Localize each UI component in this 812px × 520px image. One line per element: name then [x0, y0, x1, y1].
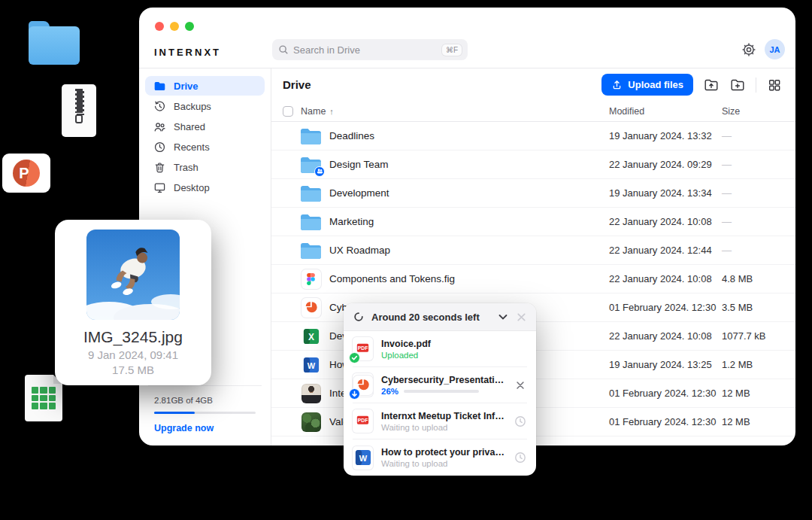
new-folder-button[interactable]: [729, 77, 746, 93]
size-column-header[interactable]: Size: [722, 106, 795, 117]
image-size: 17.5 MB: [55, 363, 211, 376]
search-input[interactable]: [293, 44, 442, 56]
select-all-checkbox[interactable]: [283, 106, 293, 117]
search-bar[interactable]: ⌘F: [272, 39, 468, 60]
svg-text:W: W: [307, 360, 315, 369]
svg-text:W: W: [359, 454, 367, 463]
file-name: Deadlines: [329, 130, 609, 141]
svg-text:PDF: PDF: [358, 418, 368, 423]
file-size: —: [722, 216, 795, 227]
close-panel-icon[interactable]: [516, 312, 527, 323]
recents-clock-icon: [153, 141, 166, 154]
sidebar-item-recents[interactable]: Recents: [145, 137, 265, 157]
photo-thumbnail: [86, 230, 180, 320]
file-size: 1.2 MB: [722, 359, 795, 370]
upload-time-remaining: Around 20 seconds left: [371, 312, 490, 323]
file-modified: 01 February 2024. 12:30: [609, 416, 722, 427]
word-icon: W: [300, 355, 322, 375]
modified-column-header[interactable]: Modified: [609, 106, 722, 117]
spinner-icon: [353, 311, 365, 323]
file-name: Marketing: [329, 216, 609, 227]
powerpoint-file-icon: P: [2, 154, 50, 193]
folder-icon: [300, 212, 322, 232]
zoom-window-button[interactable]: [185, 22, 194, 31]
sidebar-item-desktop[interactable]: Desktop: [145, 178, 265, 197]
trash-icon: [153, 161, 166, 174]
toolbar-divider: [756, 78, 756, 93]
folder-upload-icon: [704, 78, 719, 93]
zip-file-icon: [62, 84, 96, 137]
table-row[interactable]: Marketing22 January 2024. 10:08—: [271, 208, 795, 236]
name-column-header[interactable]: Name: [301, 106, 326, 117]
file-name: Components and Tokens.fig: [329, 273, 609, 284]
sort-ascending-icon[interactable]: ↑: [329, 107, 334, 116]
gear-icon: [741, 42, 756, 57]
upload-item: Cybersecurity_Presentation.ppt26%: [353, 367, 527, 403]
file-modified: 01 February 2024. 12:30: [609, 302, 722, 313]
uploaded-check-badge: [349, 352, 360, 363]
table-row[interactable]: Components and Tokens.fig22 January 2024…: [271, 265, 795, 293]
minimize-window-button[interactable]: [170, 22, 179, 31]
file-size: —: [722, 187, 795, 199]
upload-files-button[interactable]: Upload files: [601, 74, 693, 96]
file-size: 4.8 MB: [722, 273, 795, 284]
file-modified: 19 January 2024. 13:32: [609, 130, 722, 141]
word-file-icon: W: [353, 446, 373, 470]
waiting-clock-icon: [514, 415, 526, 427]
folder-icon: [300, 241, 322, 260]
shared-people-icon: [153, 120, 166, 133]
spreadsheet-file-icon: [25, 375, 62, 421]
folder-icon: [300, 126, 322, 146]
table-row[interactable]: Design Team22 January 2024. 09:29—: [271, 151, 795, 179]
upload-files-label: Upload files: [628, 79, 683, 90]
storage-section: 2.81GB of 4GB Upgrade now: [148, 385, 262, 445]
upload-status: Uploaded: [381, 351, 527, 360]
pdf-file-icon: PDF: [353, 337, 373, 360]
excel-icon: X: [300, 327, 322, 346]
file-modified: 19 January 2024. 13:25: [609, 359, 722, 370]
page-title: Drive: [283, 78, 311, 91]
sidebar-item-shared[interactable]: Shared: [145, 117, 265, 136]
desktop-folder-icon: [29, 21, 80, 65]
file-name: Design Team: [329, 159, 609, 170]
folder-shared-icon: [300, 155, 322, 175]
sidebar-item-trash[interactable]: Trash: [145, 157, 265, 177]
table-row[interactable]: UX Roadmap22 January 2024. 12:44—: [271, 236, 795, 265]
desktop-monitor-icon: [153, 181, 166, 194]
svg-text:X: X: [308, 331, 314, 342]
image-filename: IMG_3245.jpg: [55, 328, 211, 346]
traffic-lights: [155, 22, 194, 31]
drive-folder-icon: [153, 80, 166, 93]
sidebar-item-backups[interactable]: Backups: [145, 96, 265, 116]
file-modified: 22 January 2024. 10:08: [609, 273, 722, 284]
user-avatar[interactable]: JA: [765, 39, 785, 59]
upload-file-name: How to protect your privacy.doc: [381, 447, 505, 458]
file-size: 12 MB: [722, 388, 795, 399]
upload-item: PDFInternxt Meetup Ticket Info.pdfWaitin…: [353, 403, 527, 439]
table-row[interactable]: Deadlines19 January 2024. 13:32—: [271, 122, 795, 151]
upload-folder-button[interactable]: [703, 77, 720, 93]
search-icon: [278, 44, 289, 55]
file-modified: 22 January 2024. 10:08: [609, 216, 722, 227]
storage-progress-bar: [154, 412, 256, 414]
upload-file-name: Cybersecurity_Presentation.ppt: [381, 375, 505, 385]
upgrade-link[interactable]: Upgrade now: [154, 423, 256, 433]
folder-plus-icon: [730, 78, 745, 93]
upload-icon: [611, 79, 623, 90]
settings-button[interactable]: [741, 42, 756, 57]
ppt-icon: [300, 298, 322, 318]
upload-file-name: Internxt Meetup Ticket Info.pdf: [381, 411, 505, 421]
sidebar-nav: DriveBackupsSharedRecentsTrashDesktop: [145, 76, 265, 198]
pdf-file-icon: PDF: [353, 409, 373, 433]
upload-progress-bar: [404, 390, 479, 393]
sidebar-item-label: Desktop: [174, 182, 210, 193]
figma-icon: [300, 269, 322, 289]
grid-view-button[interactable]: [766, 77, 783, 93]
file-modified: 01 February 2024. 12:30: [609, 388, 722, 399]
table-row[interactable]: Development19 January 2024. 13:34—: [271, 179, 795, 208]
cancel-upload-icon[interactable]: [515, 380, 526, 391]
chevron-down-icon[interactable]: [497, 311, 509, 323]
file-modified: 22 January 2024. 10:08: [609, 330, 722, 342]
sidebar-item-drive[interactable]: Drive: [145, 76, 265, 96]
close-window-button[interactable]: [155, 22, 164, 31]
